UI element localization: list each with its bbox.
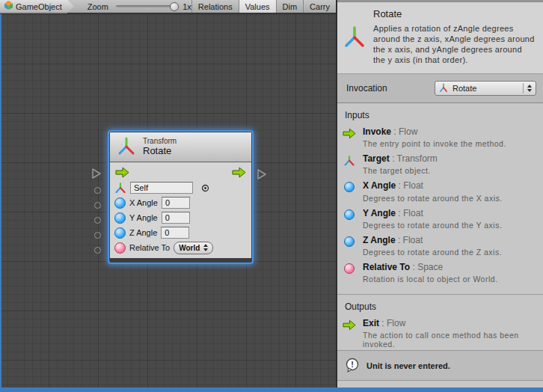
rotate-unit-node[interactable]: Transform Rotate xyxy=(109,132,252,263)
inputs-heading: Inputs xyxy=(337,108,543,126)
object-picker-icon[interactable] xyxy=(201,184,209,192)
node-body: Self X Angle 0 Y Angle 0 Z Angle 0 xyxy=(110,162,251,258)
target-row: Self xyxy=(114,180,247,195)
tab-relations[interactable]: Relations xyxy=(191,0,239,13)
y-angle-port-connector[interactable] xyxy=(94,217,101,224)
node-footer xyxy=(110,258,251,262)
inspector-description: Applies a rotation of zAngle degrees aro… xyxy=(373,23,536,65)
relative-to-dropdown[interactable]: World xyxy=(174,242,213,254)
zoom-slider[interactable] xyxy=(116,5,177,7)
svg-text:!: ! xyxy=(351,360,354,369)
x-angle-port-connector[interactable] xyxy=(94,202,101,209)
inputs-section: Inputs InvokeFlow The entry point to inv… xyxy=(337,103,543,294)
dropdown-arrows-icon xyxy=(523,83,532,94)
flow-row xyxy=(114,165,247,180)
invocation-row: Invocation Rotate xyxy=(337,73,543,103)
outputs-heading: Outputs xyxy=(337,299,543,317)
transform-axes-icon xyxy=(343,25,366,73)
x-angle-row: X Angle 0 xyxy=(114,195,247,210)
x-angle-field[interactable]: 0 xyxy=(162,197,190,209)
z-angle-row: Z Angle 0 xyxy=(114,225,247,240)
input-item-invoke: InvokeFlow The entry point to invoke the… xyxy=(337,126,543,153)
gameobject-cube-icon xyxy=(4,1,13,12)
float-port-icon xyxy=(344,209,355,220)
x-angle-label: X Angle xyxy=(129,198,158,207)
y-angle-label: Y Angle xyxy=(129,213,158,222)
graph-toolbar: GameObject Zoom 1x Relations Values Dim … xyxy=(0,0,336,13)
node-title: Rotate xyxy=(143,146,177,157)
invocation-label: Invocation xyxy=(346,83,387,94)
tab-values[interactable]: Values xyxy=(239,0,276,13)
float-port-icon xyxy=(344,182,355,192)
transform-axes-icon xyxy=(117,136,135,159)
output-item-exit: ExitFlow The action to call once method … xyxy=(337,317,543,353)
transform-axes-icon xyxy=(114,182,126,195)
zoom-slider-thumb[interactable] xyxy=(170,2,179,11)
selection-bottom-bar xyxy=(0,388,543,392)
z-angle-label: Z Angle xyxy=(129,228,157,237)
tab-dim[interactable]: Dim xyxy=(276,0,304,13)
zoom-label: Zoom xyxy=(88,2,108,11)
space-port-icon[interactable] xyxy=(114,242,126,254)
relative-to-label: Relative To xyxy=(129,243,170,252)
z-angle-port-connector[interactable] xyxy=(94,232,101,239)
relative-port-connector[interactable] xyxy=(94,247,101,254)
sidebar-filler xyxy=(337,381,543,388)
dropdown-arrows-icon xyxy=(203,242,208,253)
toolbar-tabs: Relations Values Dim Carry xyxy=(191,0,336,13)
outputs-section: Outputs ExitFlow The action to call once… xyxy=(337,294,543,350)
input-item-z-angle: Z AngleFloat Degrees to rotate around th… xyxy=(337,234,543,261)
input-item-y-angle: Y AngleFloat Degrees to rotate around th… xyxy=(337,207,543,234)
flow-arrow-icon xyxy=(343,128,356,139)
space-port-icon xyxy=(344,263,355,274)
y-angle-row: Y Angle 0 xyxy=(114,210,247,225)
target-port-connector[interactable] xyxy=(94,187,101,194)
float-port-icon xyxy=(344,236,355,247)
inspector-header: Rotate Applies a rotation of zAngle degr… xyxy=(337,2,543,73)
input-item-target: TargetTransform The target object. xyxy=(337,153,543,180)
flow-in-arrow-icon[interactable] xyxy=(115,167,129,180)
tab-carry[interactable]: Carry xyxy=(303,0,336,13)
y-angle-field[interactable]: 0 xyxy=(162,212,190,224)
breadcrumb-label: GameObject xyxy=(16,2,62,11)
transform-axes-icon xyxy=(439,83,448,94)
flow-input-connector[interactable] xyxy=(91,168,102,183)
flow-out-arrow-icon[interactable] xyxy=(232,167,246,180)
invocation-dropdown[interactable]: Rotate xyxy=(435,81,536,96)
warning-bar: ! Unit is never entered. xyxy=(337,350,543,381)
flow-arrow-icon xyxy=(343,319,356,331)
warning-text: Unit is never entered. xyxy=(366,361,450,370)
relative-to-row: Relative To World xyxy=(114,240,247,255)
node-header[interactable]: Transform Rotate xyxy=(110,132,251,162)
zoom-value: 1x xyxy=(182,2,191,11)
target-field[interactable]: Self xyxy=(130,182,193,194)
bolt-graph-window: GameObject Zoom 1x Relations Values Dim … xyxy=(0,0,543,392)
inspector-title: Rotate xyxy=(373,8,536,19)
invocation-value: Rotate xyxy=(452,84,518,93)
breadcrumb-gameobject[interactable]: GameObject xyxy=(0,0,74,13)
float-port-icon[interactable] xyxy=(114,197,126,209)
input-item-relative-to: Relative ToSpace Rotation is local to ob… xyxy=(337,261,543,288)
z-angle-field[interactable]: 0 xyxy=(161,227,189,239)
inspector-sidebar: Rotate Applies a rotation of zAngle degr… xyxy=(336,0,543,388)
flow-output-connector[interactable] xyxy=(257,168,267,183)
float-port-icon[interactable] xyxy=(114,212,126,224)
warning-icon: ! xyxy=(345,358,360,374)
input-item-x-angle: X AngleFloat Degrees to rotate around th… xyxy=(337,180,543,206)
transform-axes-icon xyxy=(343,155,356,167)
float-port-icon[interactable] xyxy=(114,227,126,239)
